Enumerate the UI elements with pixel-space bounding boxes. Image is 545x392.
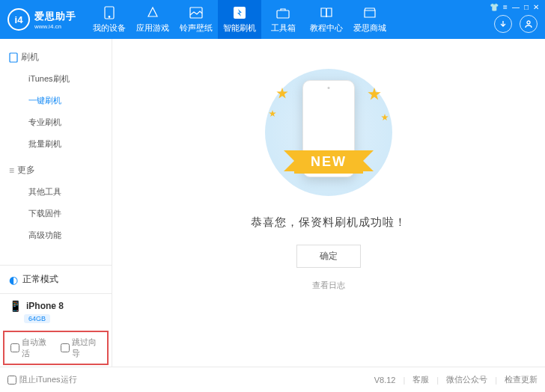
storage-badge: 64GB (24, 314, 50, 323)
logo: i4 爱思助手 www.i4.cn (7, 8, 76, 31)
status-text: 正常模式 (22, 273, 58, 286)
device-icon (102, 5, 117, 20)
image-icon (189, 5, 204, 20)
flash-icon (232, 5, 247, 20)
block-itunes-checkbox[interactable]: 阻止iTunes运行 (7, 374, 77, 385)
title-bar: i4 爱思助手 www.i4.cn 我的设备 应用游戏 铃声壁纸 智能刷机 工具… (0, 0, 545, 39)
nav-tools[interactable]: 工具箱 (261, 0, 305, 39)
list-icon: ≡ (9, 165, 14, 176)
version-label: V8.12 (374, 376, 396, 385)
header-right (494, 15, 538, 33)
sidebar: 刷机 iTunes刷机 一键刷机 专业刷机 批量刷机 ≡ 更多 其他工具 下载固… (0, 39, 112, 367)
confirm-button[interactable]: 确定 (296, 245, 361, 268)
maximize-button[interactable]: □ (524, 3, 529, 11)
download-button[interactable] (494, 15, 512, 33)
close-button[interactable]: ✕ (533, 3, 539, 11)
success-message: 恭喜您，保资料刷机成功啦！ (251, 215, 407, 230)
apps-icon (145, 5, 160, 20)
nav-flash[interactable]: 智能刷机 (218, 0, 261, 39)
skip-guide-checkbox[interactable]: 跳过向导 (61, 337, 102, 359)
nav-apps[interactable]: 应用游戏 (131, 0, 174, 39)
brand-url: www.i4.cn (34, 23, 76, 30)
nav-ringtones[interactable]: 铃声壁纸 (174, 0, 218, 39)
sidebar-item-advanced[interactable]: 高级功能 (0, 224, 112, 246)
sidebar-item-itunes-flash[interactable]: iTunes刷机 (0, 68, 112, 90)
check-update-link[interactable]: 检查更新 (505, 374, 538, 385)
account-button[interactable] (520, 15, 538, 33)
nav-store[interactable]: 爱思商城 (348, 0, 392, 39)
sidebar-item-pro-flash[interactable]: 专业刷机 (0, 111, 112, 133)
sidebar-group-more: ≡ 更多 (0, 159, 112, 181)
new-ribbon: NEW (294, 150, 363, 174)
store-icon (362, 5, 377, 20)
activation-options: 自动激活 跳过向导 (3, 331, 109, 365)
view-log-link[interactable]: 查看日志 (312, 280, 345, 291)
brand-name: 爱思助手 (34, 10, 76, 23)
phone-icon: 📱 (9, 300, 22, 312)
svg-point-1 (109, 16, 110, 18)
svg-rect-4 (277, 10, 289, 18)
device-icon (9, 52, 18, 63)
sidebar-item-download-fw[interactable]: 下载固件 (0, 203, 112, 224)
success-illustration: NEW (239, 69, 418, 196)
device-row[interactable]: 📱 iPhone 8 64GB (0, 294, 112, 329)
skin-button[interactable]: 👕 (490, 3, 499, 11)
sidebar-item-batch-flash[interactable]: 批量刷机 (0, 133, 112, 155)
main-nav: 我的设备 应用游戏 铃声壁纸 智能刷机 工具箱 教程中心 爱思商城 (88, 0, 392, 39)
device-name: iPhone 8 (26, 301, 64, 311)
minimize-button[interactable]: — (512, 3, 520, 11)
sidebar-item-other-tools[interactable]: 其他工具 (0, 181, 112, 203)
auto-activate-checkbox[interactable]: 自动激活 (10, 337, 52, 359)
sidebar-item-oneclick-flash[interactable]: 一键刷机 (0, 90, 112, 111)
svg-rect-2 (190, 7, 202, 18)
status-bar: 阻止iTunes运行 V8.12 | 客服 | 微信公众号 | 检查更新 (0, 367, 545, 392)
nav-tutorials[interactable]: 教程中心 (305, 0, 348, 39)
menu-button[interactable]: ≡ (503, 3, 508, 11)
nav-my-device[interactable]: 我的设备 (88, 0, 131, 39)
logo-icon: i4 (7, 8, 30, 31)
main-panel: NEW 恭喜您，保资料刷机成功啦！ 确定 查看日志 (112, 39, 545, 367)
status-row[interactable]: ◐ 正常模式 (0, 266, 112, 294)
support-link[interactable]: 客服 (412, 374, 429, 385)
status-icon: ◐ (9, 274, 18, 286)
sidebar-group-flash: 刷机 (0, 46, 112, 68)
svg-point-5 (527, 21, 530, 24)
window-controls: 👕 ≡ — □ ✕ (490, 3, 539, 11)
svg-rect-6 (10, 53, 17, 62)
book-icon (319, 5, 334, 20)
wechat-link[interactable]: 微信公众号 (446, 374, 487, 385)
toolbox-icon (275, 5, 290, 20)
